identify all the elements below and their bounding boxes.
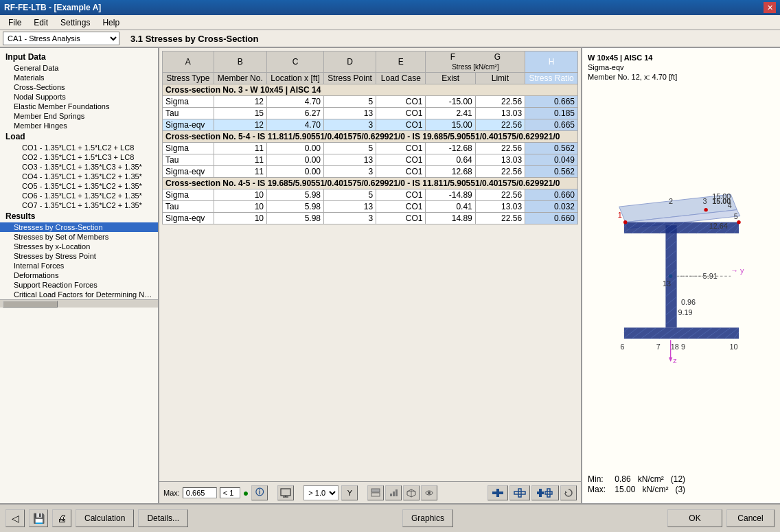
graphics-button[interactable]: Graphics [402, 509, 453, 527]
sidebar-item-general-data[interactable]: General Data [0, 63, 158, 73]
exist: 15.00 [426, 119, 475, 131]
sidebar-item-stresses-cross[interactable]: Stresses by Cross-Section [0, 222, 158, 232]
sidebar-scrollbar[interactable] [0, 299, 158, 308]
sidebar-item-nodal-supports[interactable]: Nodal Supports [0, 92, 158, 102]
sidebar-item-stresses-point[interactable]: Stresses by Stress Point [0, 251, 158, 261]
max-unit-right: kN/cm² [642, 485, 668, 494]
svg-text:→ y: → y [731, 266, 744, 275]
view-3d-button[interactable] [403, 485, 420, 500]
sidebar-item-elastic-member[interactable]: Elastic Member Foundations [0, 102, 158, 111]
print-button[interactable]: 🖨 [52, 509, 71, 527]
col-header-a: A [163, 51, 214, 73]
info-button[interactable]: ⓘ [251, 485, 268, 500]
limit: 22.56 [475, 166, 525, 178]
view-eye-button[interactable] [421, 485, 437, 500]
section-header-3: Cross-section No. 4-5 - IS 19.685/5.9055… [163, 178, 578, 189]
filter-apply-button[interactable]: Y [341, 485, 358, 500]
menu-file[interactable]: File [3, 16, 27, 29]
location: 6.27 [267, 108, 324, 119]
table-area[interactable]: A B C D E F GStress [kN/cm²] H Stress Ty… [159, 48, 581, 481]
sidebar-item-co7[interactable]: CO7 - 1.35*LC1 + 1.35*LC2 + 1.35* [0, 200, 158, 210]
load-case: CO1 [376, 143, 426, 154]
limit: 22.56 [475, 213, 525, 224]
title-bar-text: RF-FE-LTB - [Example A] [4, 3, 101, 12]
svg-text:7: 7 [656, 343, 661, 351]
min-value: 0.86 [615, 474, 630, 484]
sidebar-scroll-thumb[interactable] [3, 301, 58, 308]
ratio: 0.185 [525, 108, 578, 119]
stress-type: Tau [163, 201, 214, 213]
sidebar-item-support-reaction[interactable]: Support Reaction Forces [0, 280, 158, 290]
stress-point: 3 [324, 166, 376, 178]
sidebar-item-stresses-x[interactable]: Stresses by x-Location [0, 242, 158, 251]
min-unit: kN/cm² [638, 474, 664, 484]
cancel-button[interactable]: Cancel [726, 509, 775, 527]
exist: 14.89 [426, 213, 475, 224]
stress-type: Tau [163, 154, 214, 166]
cross-section-btn2[interactable] [509, 485, 530, 500]
sidebar-item-critical-load[interactable]: Critical Load Factors for Determining N-… [0, 290, 158, 299]
limit: 22.56 [475, 119, 525, 131]
menu-help[interactable]: Help [97, 16, 125, 29]
view-table-button[interactable] [367, 485, 384, 500]
results-table: A B C D E F GStress [kN/cm²] H Stress Ty… [162, 51, 578, 224]
svg-point-91 [623, 220, 627, 224]
sidebar-item-co3[interactable]: CO3 - 1.35*LC1 + 1.35*LC3 + 1.35* [0, 162, 158, 172]
table-row: Sigma 12 4.70 5 CO1 -15.00 22.56 0.665 [163, 96, 578, 108]
details-button[interactable]: Details... [138, 509, 188, 527]
cs-subtitle: Sigma-eqv [588, 63, 775, 71]
sidebar-item-materials[interactable]: Materials [0, 73, 158, 82]
sidebar-item-co4[interactable]: CO4 - 1.35*LC1 + 1.35*LC2 + 1.35* [0, 172, 158, 181]
sidebar-item-co2[interactable]: CO2 - 1.35*LC1 + 1.5*LC3 + LC8 [0, 152, 158, 162]
menu-settings[interactable]: Settings [55, 16, 95, 29]
col-subheader-f: Exist [426, 73, 475, 84]
cs-svg: 1 2 3 4 5 15.00 [599, 182, 764, 374]
member-no: 11 [214, 154, 267, 166]
cross-section-btn3[interactable] [531, 485, 559, 500]
menu-edit[interactable]: Edit [28, 16, 54, 29]
member-no: 15 [214, 108, 267, 119]
sidebar-item-co1[interactable]: CO1 - 1.35*LC1 + 1.5*LC2 + LC8 [0, 143, 158, 152]
sidebar-item-cross-sections[interactable]: Cross-Sections [0, 82, 158, 92]
location: 5.98 [267, 213, 324, 224]
svg-rect-6 [393, 491, 395, 496]
view-chart-button[interactable] [385, 485, 402, 500]
load-case: CO1 [376, 108, 426, 119]
ratio: 0.032 [525, 201, 578, 213]
svg-text:2: 2 [669, 197, 673, 205]
sidebar-item-internal-forces[interactable]: Internal Forces [0, 261, 158, 270]
right-toolbar-buttons [488, 485, 577, 500]
location: 5.98 [267, 201, 324, 213]
filter-select[interactable]: > 1.0 All [303, 485, 339, 500]
stress-type: Sigma-eqv [163, 166, 214, 178]
sidebar-item-co6[interactable]: CO6 - 1.35*LC1 + 1.35*LC2 + 1.35* [0, 191, 158, 200]
section-header-1: Cross-section No. 3 - W 10x45 | AISC 14 [163, 84, 578, 96]
cross-section-btn1[interactable] [488, 485, 508, 500]
svg-point-77 [669, 275, 672, 278]
table-row: Sigma-eqv 10 5.98 3 CO1 14.89 22.56 0.66… [163, 213, 578, 224]
sidebar-item-member-hinges[interactable]: Member Hinges [0, 121, 158, 130]
ratio: 0.665 [525, 119, 578, 131]
col-header-fg: F GStress [kN/cm²] [426, 51, 525, 73]
ok-button[interactable]: OK [667, 509, 722, 527]
member-no: 11 [214, 166, 267, 178]
max-value-right: 15.00 [615, 485, 635, 494]
max-label: Max: [163, 489, 180, 497]
sidebar-item-stresses-set[interactable]: Stresses by Set of Members [0, 232, 158, 242]
sidebar-item-member-end-springs[interactable]: Member End Springs [0, 111, 158, 121]
member-no: 10 [214, 201, 267, 213]
calculation-button[interactable]: Calculation [76, 509, 134, 527]
exist: 2.41 [426, 108, 475, 119]
exist: 0.41 [426, 201, 475, 213]
sidebar-item-co5[interactable]: CO5 - 1.35*LC1 + 1.35*LC2 + 1.35* [0, 181, 158, 191]
sidebar-item-deformations[interactable]: Deformations [0, 270, 158, 280]
export-button[interactable] [277, 485, 294, 500]
close-button[interactable]: ✕ [764, 2, 776, 13]
nav-back-button[interactable]: ◁ [5, 509, 25, 527]
right-panel: W 10x45 | AISC 14 Sigma-eqv Member No. 1… [581, 48, 780, 503]
stress-type: Tau [163, 108, 214, 119]
module-select[interactable]: CA1 - Stress Analysis [3, 32, 119, 45]
refresh-button[interactable] [560, 485, 577, 500]
save-button[interactable]: 💾 [29, 509, 48, 527]
section-label-1: Cross-section No. 3 - W 10x45 | AISC 14 [163, 84, 578, 96]
